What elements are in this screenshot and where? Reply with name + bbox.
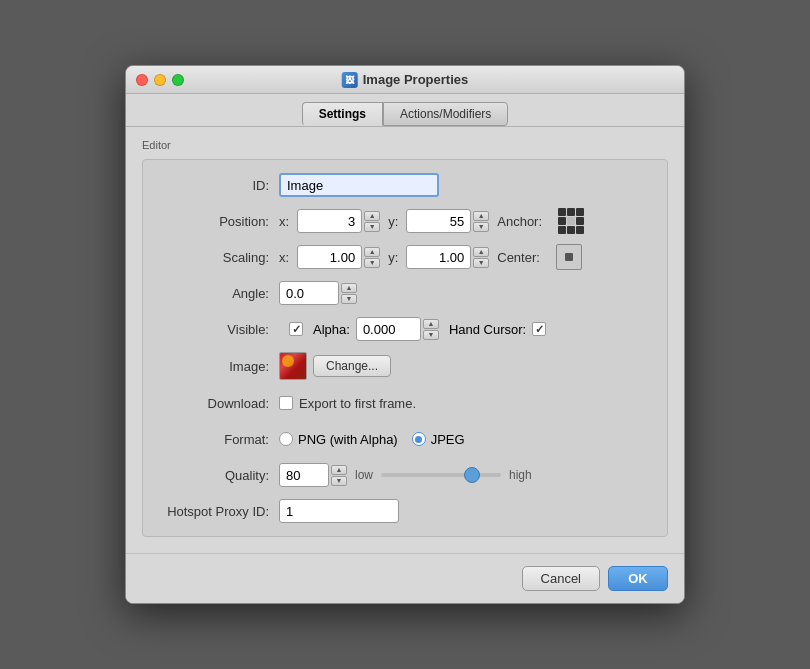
png-radio-option[interactable]: PNG (with Alpha)	[279, 432, 398, 447]
pos-y-input[interactable]	[406, 209, 471, 233]
scale-y-spin-buttons: ▲ ▼	[473, 247, 489, 268]
scale-x-spin-buttons: ▲ ▼	[364, 247, 380, 268]
ok-button[interactable]: OK	[608, 566, 668, 591]
id-input[interactable]	[279, 173, 439, 197]
alpha-down-btn[interactable]: ▼	[423, 330, 439, 340]
angle-down-btn[interactable]: ▼	[341, 294, 357, 304]
png-label: PNG (with Alpha)	[298, 432, 398, 447]
tabs-bar: Settings Actions/Modifiers	[126, 94, 684, 127]
minimize-button[interactable]	[154, 74, 166, 86]
scaling-row: Scaling: x: ▲ ▼ y: ▲	[159, 244, 651, 270]
visible-row: Visible: Alpha: ▲ ▼ Hand Cursor:	[159, 316, 651, 342]
anchor-cell-bc[interactable]	[567, 226, 575, 234]
center-dot	[565, 253, 573, 261]
alpha-input[interactable]	[356, 317, 421, 341]
quality-down-btn[interactable]: ▼	[331, 476, 347, 486]
scale-x-up-btn[interactable]: ▲	[364, 247, 380, 257]
anchor-cell-tc[interactable]	[567, 208, 575, 216]
scale-x-label: x:	[279, 250, 289, 265]
angle-input[interactable]	[279, 281, 339, 305]
alpha-label: Alpha:	[313, 322, 350, 337]
pos-x-down-btn[interactable]: ▼	[364, 222, 380, 232]
pos-x-label: x:	[279, 214, 289, 229]
footer: Cancel OK	[126, 553, 684, 603]
quality-group: ▲ ▼ low high	[279, 463, 532, 487]
close-button[interactable]	[136, 74, 148, 86]
section-label: Editor	[142, 139, 668, 151]
png-radio[interactable]	[279, 432, 293, 446]
center-indicator[interactable]	[556, 244, 582, 270]
hotspot-label: Hotspot Proxy ID:	[159, 504, 279, 519]
anchor-cell-mc[interactable]	[567, 217, 575, 225]
anchor-grid[interactable]	[558, 208, 584, 234]
quality-up-btn[interactable]: ▲	[331, 465, 347, 475]
download-label: Download:	[159, 396, 279, 411]
quality-label: Quality:	[159, 468, 279, 483]
alpha-up-btn[interactable]: ▲	[423, 319, 439, 329]
download-checkbox-group: Export to first frame.	[279, 396, 416, 411]
quality-spinbox: ▲ ▼	[279, 463, 347, 487]
download-row: Download: Export to first frame.	[159, 390, 651, 416]
angle-up-btn[interactable]: ▲	[341, 283, 357, 293]
cancel-button[interactable]: Cancel	[522, 566, 600, 591]
scaling-group: x: ▲ ▼ y: ▲ ▼	[279, 244, 582, 270]
pos-y-label: y:	[388, 214, 398, 229]
anchor-cell-bl[interactable]	[558, 226, 566, 234]
anchor-cell-ml[interactable]	[558, 217, 566, 225]
hand-cursor-checkbox[interactable]	[532, 322, 546, 336]
anchor-cell-mr[interactable]	[576, 217, 584, 225]
pos-x-up-btn[interactable]: ▲	[364, 211, 380, 221]
center-label: Center:	[497, 250, 540, 265]
scale-x-spinbox: ▲ ▼	[297, 245, 380, 269]
pos-y-up-btn[interactable]: ▲	[473, 211, 489, 221]
tab-settings[interactable]: Settings	[302, 102, 383, 126]
export-label: Export to first frame.	[299, 396, 416, 411]
pos-x-input[interactable]	[297, 209, 362, 233]
visible-checkbox[interactable]	[289, 322, 303, 336]
scaling-label: Scaling:	[159, 250, 279, 265]
hand-cursor-label: Hand Cursor:	[449, 322, 526, 337]
scale-y-spinbox: ▲ ▼	[406, 245, 489, 269]
angle-spin-buttons: ▲ ▼	[341, 283, 357, 304]
quality-high-label: high	[509, 468, 532, 482]
download-checkbox[interactable]	[279, 396, 293, 410]
image-label: Image:	[159, 359, 279, 374]
scale-x-input[interactable]	[297, 245, 362, 269]
scale-y-up-btn[interactable]: ▲	[473, 247, 489, 257]
hotspot-input[interactable]	[279, 499, 399, 523]
angle-row: Angle: ▲ ▼	[159, 280, 651, 306]
change-button[interactable]: Change...	[313, 355, 391, 377]
quality-slider[interactable]	[381, 473, 501, 477]
pos-y-spinbox: ▲ ▼	[406, 209, 489, 233]
jpeg-radio[interactable]	[412, 432, 426, 446]
quality-input[interactable]	[279, 463, 329, 487]
anchor-cell-tr[interactable]	[576, 208, 584, 216]
pos-y-down-btn[interactable]: ▼	[473, 222, 489, 232]
traffic-lights	[136, 74, 184, 86]
anchor-cell-br[interactable]	[576, 226, 584, 234]
image-row: Image: Change...	[159, 352, 651, 380]
maximize-button[interactable]	[172, 74, 184, 86]
scale-y-down-btn[interactable]: ▼	[473, 258, 489, 268]
id-label: ID:	[159, 178, 279, 193]
visible-label: Visible:	[159, 322, 279, 337]
position-row: Position: x: ▲ ▼ y: ▲	[159, 208, 651, 234]
tab-actions[interactable]: Actions/Modifiers	[383, 102, 508, 126]
position-group: x: ▲ ▼ y: ▲ ▼	[279, 208, 584, 234]
hotspot-row: Hotspot Proxy ID:	[159, 498, 651, 524]
jpeg-radio-option[interactable]: JPEG	[412, 432, 465, 447]
position-label: Position:	[159, 214, 279, 229]
hand-cursor-group: Hand Cursor:	[449, 322, 546, 337]
scale-x-down-btn[interactable]: ▼	[364, 258, 380, 268]
titlebar: 🖼 Image Properties	[126, 66, 684, 94]
alpha-group: Alpha: ▲ ▼	[313, 317, 439, 341]
pos-x-spinbox: ▲ ▼	[297, 209, 380, 233]
anchor-cell-tl[interactable]	[558, 208, 566, 216]
image-thumbnail	[279, 352, 307, 380]
scale-y-input[interactable]	[406, 245, 471, 269]
quality-row: Quality: ▲ ▼ low high	[159, 462, 651, 488]
anchor-label: Anchor:	[497, 214, 542, 229]
scale-y-label: y:	[388, 250, 398, 265]
main-window: 🖼 Image Properties Settings Actions/Modi…	[125, 65, 685, 604]
format-label: Format:	[159, 432, 279, 447]
